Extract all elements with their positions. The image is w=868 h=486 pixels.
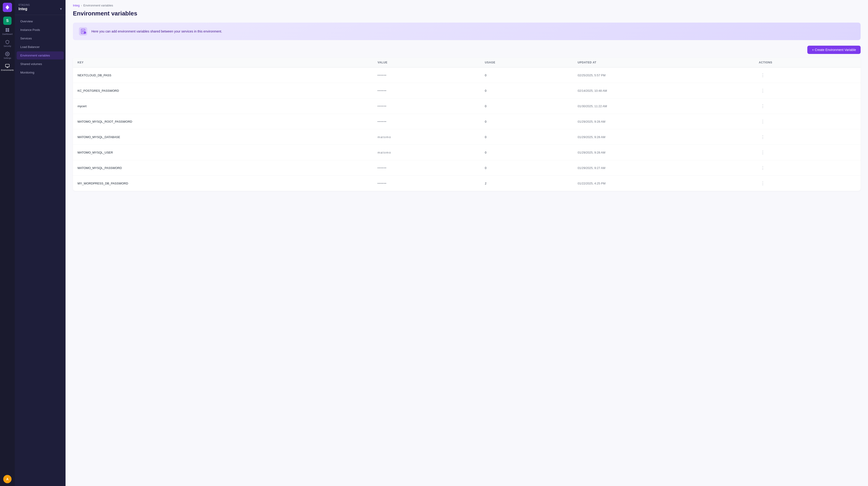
sidebar-item-shared-volumes[interactable]: Shared volumes [17,60,64,68]
cell-actions: ⋮ [754,160,861,176]
cell-updated-at: 01/22/2025, 4:25 PM [573,176,754,191]
sidebar-header: STAGING Integ ▾ [15,0,65,15]
table-header-row: Key Value Usage Updated at Actions [73,58,861,68]
col-header-value: Value [373,58,480,68]
env-vars-table: Key Value Usage Updated at Actions NEXTC… [73,58,861,191]
table-head: Key Value Usage Updated at Actions [73,58,861,68]
row-actions-button[interactable]: ⋮ [759,87,767,94]
table-row: mycert •••••• 0 01/30/2025, 11:22 AM ⋮ [73,98,861,114]
svg-rect-6 [5,64,9,67]
icon-nav: S Dashboard Security Settings Environmen… [0,0,15,486]
cell-updated-at: 01/29/2025, 9:28 AM [573,114,754,129]
table-row: MATOMO_MYSQL_PASSWORD •••••• 0 01/29/202… [73,160,861,176]
breadcrumb-parent-link[interactable]: Integ [73,4,80,7]
env-selector[interactable]: Integ ▾ [19,7,62,11]
row-actions-button[interactable]: ⋮ [759,118,767,125]
cell-updated-at: 02/14/2025, 10:48 AM [573,83,754,98]
cell-usage: 0 [480,145,573,160]
table-toolbar: + Create Environment Variable [73,46,861,54]
cell-actions: ⋮ [754,98,861,114]
svg-text:+: + [85,32,85,34]
row-actions-button[interactable]: ⋮ [759,164,767,171]
nav-security[interactable]: Security [2,38,13,49]
staging-label: STAGING [19,4,62,6]
user-avatar[interactable]: A [3,475,11,483]
breadcrumb-current: Environment variables [83,4,113,7]
col-header-usage: Usage [480,58,573,68]
cell-value: •••••• [373,68,480,83]
svg-rect-3 [6,30,7,32]
cell-key: MATOMO_MYSQL_DATABASE [73,129,373,145]
sidebar-item-overview[interactable]: Overview [17,17,64,25]
nav-settings-label: Settings [4,57,11,59]
breadcrumb: Integ › Environment variables [65,0,868,7]
row-actions-button[interactable]: ⋮ [759,180,767,187]
cell-updated-at: 01/29/2025, 9:28 AM [573,129,754,145]
create-env-var-button[interactable]: + Create Environment Variable [807,46,861,54]
cell-actions: ⋮ [754,114,861,129]
row-actions-button[interactable]: ⋮ [759,103,767,109]
cell-value: matomo [373,129,480,145]
svg-rect-4 [8,30,9,32]
nav-settings[interactable]: Settings [2,50,13,61]
cell-updated-at: 01/29/2025, 9:27 AM [573,160,754,176]
sidebar-item-label: Environment variables [20,54,50,57]
cell-actions: ⋮ [754,176,861,191]
sidebar-item-monitoring[interactable]: Monitoring [17,68,64,76]
cell-actions: ⋮ [754,83,861,98]
cell-value: •••••• [373,160,480,176]
cell-key: MATOMO_MYSQL_PASSWORD [73,160,373,176]
cell-actions: ⋮ [754,145,861,160]
cell-usage: 2 [480,176,573,191]
nav-environments[interactable]: Environments [2,62,13,73]
nav-dashboard-label: Dashboard [2,33,12,35]
cell-usage: 0 [480,68,573,83]
table-section: + Create Environment Variable Key Value … [73,46,861,191]
app-logo[interactable] [3,3,12,12]
cell-key: MATOMO_MYSQL_USER [73,145,373,160]
table-row: KC_POSTGRES_PASSWORD •••••• 0 02/14/2025… [73,83,861,98]
nav-dashboard[interactable]: Dashboard [2,26,13,37]
info-banner-text: Here you can add environment variables s… [91,30,222,33]
cell-usage: 0 [480,83,573,98]
sidebar-item-label: Monitoring [20,71,34,74]
table-row: MATOMO_MYSQL_ROOT_PASSWORD •••••• 0 01/2… [73,114,861,129]
sidebar-item-environment-variables[interactable]: Environment variables [17,52,64,60]
col-header-key: Key [73,58,373,68]
row-actions-button[interactable]: ⋮ [759,149,767,156]
env-initial-badge: S [3,17,11,25]
cell-updated-at: 02/25/2025, 5:57 PM [573,68,754,83]
table-row: MATOMO_MYSQL_DATABASE matomo 0 01/29/202… [73,129,861,145]
sidebar-item-label: Instance Pools [20,28,40,32]
sidebar-nav: Overview Instance Pools Services Load Ba… [15,15,65,486]
table-row: NEXTCLOUD_DB_PASS •••••• 0 02/25/2025, 5… [73,68,861,83]
sidebar-item-services[interactable]: Services [17,34,64,42]
cell-usage: 0 [480,98,573,114]
cell-key: KC_POSTGRES_PASSWORD [73,83,373,98]
sidebar-item-load-balancer[interactable]: Load Balancer [17,43,64,51]
sidebar-item-instance-pools[interactable]: Instance Pools [17,26,64,34]
page-title: Environment variables [73,10,861,17]
table-row: MATOMO_MYSQL_USER matomo 0 01/29/2025, 9… [73,145,861,160]
cell-value: matomo [373,145,480,160]
cell-updated-at: 01/29/2025, 9:28 AM [573,145,754,160]
nav-security-label: Security [4,45,11,47]
cell-value: •••••• [373,114,480,129]
svg-rect-2 [8,28,9,30]
nav-environments-label: Environments [1,69,13,71]
sidebar-item-label: Overview [20,20,33,23]
cell-actions: ⋮ [754,129,861,145]
cell-actions: ⋮ [754,68,861,83]
col-header-actions: Actions [754,58,861,68]
row-actions-button[interactable]: ⋮ [759,72,767,78]
row-actions-button[interactable]: ⋮ [759,133,767,140]
cell-usage: 0 [480,160,573,176]
svg-point-5 [7,53,8,55]
info-banner: + Here you can add environment variables… [73,23,861,40]
page-header: Environment variables [65,7,868,23]
env-name: Integ [19,7,27,11]
table-row: MY_WORDPRESS_DB_PASSWORD •••••• 2 01/22/… [73,176,861,191]
cell-key: MY_WORDPRESS_DB_PASSWORD [73,176,373,191]
cell-key: NEXTCLOUD_DB_PASS [73,68,373,83]
cell-usage: 0 [480,114,573,129]
